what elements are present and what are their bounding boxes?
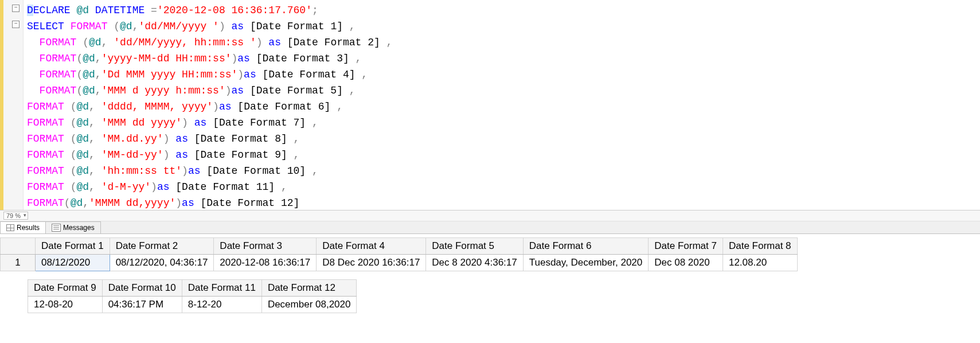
column-header[interactable]: Date Format 7	[649, 238, 723, 255]
messages-icon	[52, 224, 61, 232]
cell[interactable]: Dec 8 2020 4:36:17	[426, 255, 523, 271]
results-grid-2[interactable]: Date Format 9 Date Format 10 Date Format…	[28, 279, 357, 313]
cell[interactable]: December 08,2020	[261, 297, 357, 313]
cell[interactable]: Tuesday, December, 2020	[523, 255, 649, 271]
tab-messages[interactable]: Messages	[45, 221, 101, 233]
sql-editor[interactable]: − − DECLARE @d DATETIME ='2020-12-08 16:…	[0, 0, 980, 211]
cell[interactable]: 12.08.20	[723, 255, 797, 271]
results-pane: Date Format 1 Date Format 2 Date Format …	[0, 234, 980, 313]
cell[interactable]: 08/12/2020	[36, 255, 110, 271]
zoom-dropdown[interactable]: 79 %	[3, 212, 28, 220]
cell[interactable]: 12-08-20	[28, 297, 103, 313]
grid-icon	[6, 224, 14, 231]
zoom-bar: 79 %	[0, 211, 980, 221]
column-header[interactable]: Date Format 8	[723, 238, 797, 255]
column-header[interactable]: Date Format 6	[523, 238, 649, 255]
column-header[interactable]: Date Format 11	[182, 280, 261, 297]
cell[interactable]: 8-12-20	[182, 297, 261, 313]
column-header[interactable]: Date Format 5	[426, 238, 523, 255]
cell[interactable]: Dec 08 2020	[649, 255, 723, 271]
column-header[interactable]: Date Format 4	[317, 238, 426, 255]
cell[interactable]: 08/12/2020, 04:36:17	[110, 255, 214, 271]
fold-icon[interactable]: −	[12, 21, 19, 28]
code-area[interactable]: DECLARE @d DATETIME ='2020-12-08 16:36:1…	[24, 0, 980, 210]
column-header[interactable]: Date Format 10	[102, 280, 182, 297]
column-header[interactable]: Date Format 2	[110, 238, 214, 255]
column-header[interactable]: Date Format 9	[28, 280, 103, 297]
table-row[interactable]: 12-08-20 04:36:17 PM 8-12-20 December 08…	[28, 297, 357, 313]
table-row[interactable]: 1 08/12/2020 08/12/2020, 04:36:17 2020-1…	[1, 255, 798, 271]
table-header-row: Date Format 9 Date Format 10 Date Format…	[28, 280, 357, 297]
column-header[interactable]: Date Format 12	[261, 280, 357, 297]
editor-gutter: − −	[0, 0, 24, 210]
row-header-blank	[1, 238, 36, 255]
column-header[interactable]: Date Format 1	[36, 238, 110, 255]
table-header-row: Date Format 1 Date Format 2 Date Format …	[1, 238, 798, 255]
tab-messages-label: Messages	[63, 224, 95, 232]
results-grid-1[interactable]: Date Format 1 Date Format 2 Date Format …	[0, 237, 798, 271]
cell[interactable]: 04:36:17 PM	[102, 297, 182, 313]
tab-results[interactable]: Results	[0, 221, 46, 233]
fold-icon[interactable]: −	[12, 5, 19, 12]
tab-results-label: Results	[17, 224, 40, 232]
cell[interactable]: 2020-12-08 16:36:17	[214, 255, 317, 271]
cell[interactable]: D8 Dec 2020 16:36:17	[317, 255, 426, 271]
results-tabs: Results Messages	[0, 221, 980, 234]
row-number[interactable]: 1	[1, 255, 36, 271]
column-header[interactable]: Date Format 3	[214, 238, 317, 255]
